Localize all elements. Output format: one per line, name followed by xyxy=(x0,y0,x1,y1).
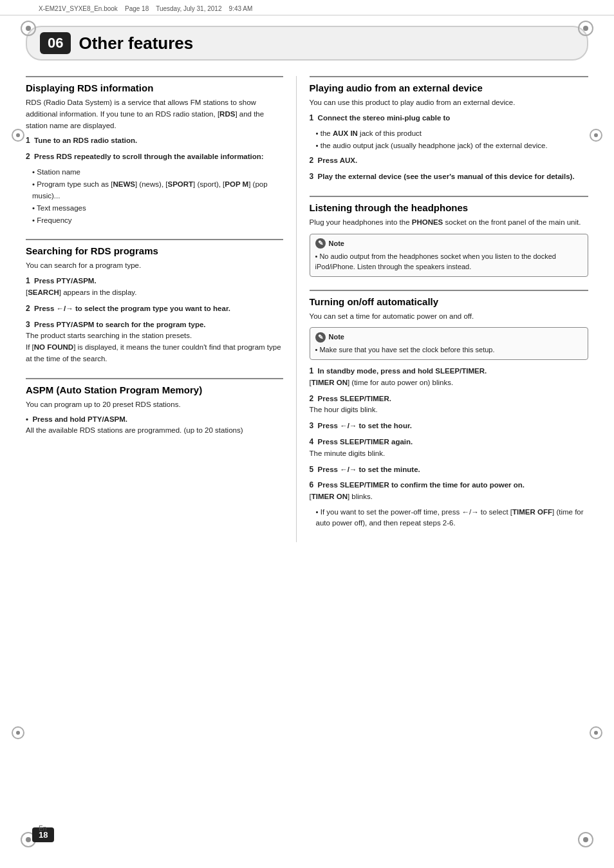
timer-step3-text: Press ←/→ to set the hour. xyxy=(318,422,412,429)
col-right: Playing audio from an external device Yo… xyxy=(296,76,588,542)
audio-step1-num: 1 xyxy=(310,113,314,122)
content-area: Displaying RDS information RDS (Radio Da… xyxy=(0,76,614,542)
chapter-number: 06 xyxy=(40,32,71,54)
search-step1-text: Press PTY/ASPM. xyxy=(34,277,97,285)
section-body-rds: RDS (Radio Data System) is a service tha… xyxy=(26,97,283,226)
section-title-headphones: Listening through the headphones xyxy=(310,202,588,213)
rds-step2-text: Press RDS repeatedly to scroll through t… xyxy=(34,153,264,160)
corner-mark-tl xyxy=(21,21,36,36)
section-title-audio: Playing audio from an external device xyxy=(310,82,588,93)
meta-page: Page 18 xyxy=(125,5,149,12)
rds-intro: RDS (Radio Data System) is a service tha… xyxy=(26,97,283,131)
search-step3-num: 3 xyxy=(26,320,30,329)
note-content-headphones: • No audio output from the headphones so… xyxy=(315,251,582,272)
aspm-bullet-label: • Press and hold PTY/ASPM. xyxy=(26,415,127,423)
search-step3-sub: The product starts searching in the stat… xyxy=(26,332,281,363)
search-step1-sub: [SEARCH] appears in the display. xyxy=(26,288,136,296)
section-playing-audio: Playing audio from an external device Yo… xyxy=(310,76,588,183)
section-searching-rds: Searching for RDS programs You can searc… xyxy=(26,239,283,365)
section-title-aspm: ASPM (Auto Station Program Memory) xyxy=(26,384,283,395)
rds-bullet-4: Frequency xyxy=(32,215,283,226)
section-headphones: Listening through the headphones Plug yo… xyxy=(310,196,588,277)
side-mark-lt xyxy=(12,129,24,142)
note-header-timer: ✎ Note xyxy=(315,332,582,343)
section-body-aspm: You can program up to 20 preset RDS stat… xyxy=(26,399,283,437)
timer-note: ✎ Note • Make sure that you have set the… xyxy=(310,327,588,360)
meta-time: 9:43 AM xyxy=(229,5,253,12)
audio-step3: 3 Play the external device (see the user… xyxy=(310,171,588,183)
rds-bullet-1: Station name xyxy=(32,167,283,178)
timer-step5-num: 5 xyxy=(310,465,314,474)
timer-step4-num: 4 xyxy=(310,437,314,446)
note-icon-timer: ✎ xyxy=(315,332,326,343)
audio-bullet-2: the audio output jack (usually headphone… xyxy=(316,140,588,151)
rds-step1-text: Tune to an RDS radio station. xyxy=(34,137,137,144)
corner-mark-br xyxy=(578,832,593,847)
audio-step2-num: 2 xyxy=(310,156,314,165)
rds-bullet-2: Program type such as [NEWS] (news), [SPO… xyxy=(32,179,283,202)
timer-step2-text: Press SLEEP/TIMER. xyxy=(318,395,391,402)
rds-step2-num: 2 xyxy=(26,152,30,161)
search-intro: You can search for a program type. xyxy=(26,260,283,272)
meta-line: X-EM21V_SYXE8_En.book Page 18 Tuesday, J… xyxy=(0,0,614,15)
timer-step1: 1 In standby mode, press and hold SLEEP/… xyxy=(310,365,588,389)
timer-step6-num: 6 xyxy=(310,480,314,489)
page: X-EM21V_SYXE8_En.book Page 18 Tuesday, J… xyxy=(0,0,614,868)
note-icon-headphones: ✎ xyxy=(315,238,326,249)
timer-extra-note: If you want to set the power-off time, p… xyxy=(310,507,588,529)
headphones-note: ✎ Note • No audio output from the headph… xyxy=(310,234,588,277)
meta-day: Tuesday, July 31, 2012 xyxy=(156,5,221,12)
audio-intro: You can use this product to play audio f… xyxy=(310,97,588,109)
rds-bullets: Station name Program type such as [NEWS]… xyxy=(26,167,283,226)
section-title-rds: Displaying RDS information xyxy=(26,82,283,93)
search-step2-text: Press ←/→ to select the program type you… xyxy=(34,305,230,312)
note-header-headphones: ✎ Note xyxy=(315,238,582,249)
timer-step2-sub: The hour digits blink. xyxy=(310,406,378,413)
page-lang: En xyxy=(39,825,46,832)
timer-step5: 5 Press ←/→ to set the minute. xyxy=(310,464,588,476)
section-body-timer: You can set a time for automatic power o… xyxy=(310,311,588,529)
chapter-title: Other features xyxy=(79,33,193,53)
rds-step1-num: 1 xyxy=(26,136,30,145)
side-mark-rt xyxy=(590,129,602,142)
rds-bullet-3: Text messages xyxy=(32,203,283,214)
search-step2-num: 2 xyxy=(26,304,30,313)
audio-bullet-1: the AUX IN jack of this product xyxy=(316,128,588,139)
audio-step3-text: Play the external device (see the user's… xyxy=(318,173,575,180)
timer-step4-text: Press SLEEP/TIMER again. xyxy=(318,438,413,446)
section-title-search: Searching for RDS programs xyxy=(26,245,283,256)
audio-step1-text: Connect the stereo mini-plug cable to xyxy=(318,114,451,122)
search-step1: 1 Press PTY/ASPM. [SEARCH] appears in th… xyxy=(26,275,283,299)
timer-step6-text: Press SLEEP/TIMER to confirm the time fo… xyxy=(318,481,525,489)
note-label-timer: Note xyxy=(329,332,344,343)
timer-step5-text: Press ←/→ to set the minute. xyxy=(318,466,420,473)
search-step3-text: Press PTY/ASPM to search for the program… xyxy=(34,321,206,328)
chapter-header: 06 Other features xyxy=(26,26,588,61)
timer-step1-sub: [TIMER ON] (time for auto power on) blin… xyxy=(310,379,454,386)
rds-step2: 2 Press RDS repeatedly to scroll through… xyxy=(26,151,283,163)
section-aspm: ASPM (Auto Station Program Memory) You c… xyxy=(26,378,283,437)
audio-step2: 2 Press AUX. xyxy=(310,155,588,167)
timer-step6-sub: [TIMER ON] blinks. xyxy=(310,493,373,500)
search-step2: 2 Press ←/→ to select the program type y… xyxy=(26,303,283,315)
audio-step3-num: 3 xyxy=(310,172,314,181)
col-left: Displaying RDS information RDS (Radio Da… xyxy=(26,76,296,542)
section-body-search: You can search for a program type. 1 Pre… xyxy=(26,260,283,365)
timer-step1-num: 1 xyxy=(310,366,314,375)
audio-bullets: the AUX IN jack of this product the audi… xyxy=(310,128,588,152)
timer-step4: 4 Press SLEEP/TIMER again. The minute di… xyxy=(310,436,588,460)
timer-step4-sub: The minute digits blink. xyxy=(310,449,386,457)
aspm-bullet-sub: All the available RDS stations are progr… xyxy=(26,426,243,434)
note-content-timer: • Make sure that you have set the clock … xyxy=(315,344,582,355)
timer-extra-note-item: If you want to set the power-off time, p… xyxy=(316,507,588,529)
search-step1-num: 1 xyxy=(26,276,30,285)
search-step3: 3 Press PTY/ASPM to search for the progr… xyxy=(26,319,283,365)
timer-step3-num: 3 xyxy=(310,421,314,430)
side-mark-lb xyxy=(12,726,24,739)
side-mark-rb xyxy=(590,726,602,739)
timer-step2: 2 Press SLEEP/TIMER. The hour digits bli… xyxy=(310,393,588,417)
timer-step1-text: In standby mode, press and hold SLEEP/TI… xyxy=(318,367,487,375)
rds-step1: 1 Tune to an RDS radio station. xyxy=(26,135,283,147)
timer-step3: 3 Press ←/→ to set the hour. xyxy=(310,420,588,432)
timer-step6: 6 Press SLEEP/TIMER to confirm the time … xyxy=(310,479,588,503)
